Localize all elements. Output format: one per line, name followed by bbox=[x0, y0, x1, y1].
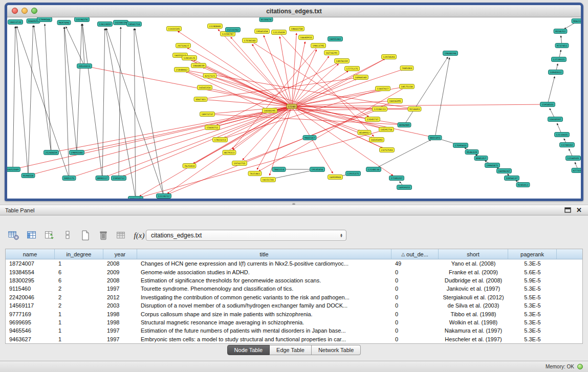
graph-node[interactable]: 16964160 bbox=[354, 75, 368, 80]
fx-button[interactable]: f(x) bbox=[133, 229, 146, 242]
table-row[interactable]: 977716911998Corpus callosum shape and si… bbox=[6, 310, 582, 318]
close-button[interactable] bbox=[12, 8, 18, 14]
graph-node[interactable]: 9154693 bbox=[408, 107, 421, 112]
graph-node[interactable]: 11431505 bbox=[167, 27, 182, 31]
window-titlebar[interactable]: citations_edges.txt bbox=[7, 5, 581, 17]
float-panel-icon[interactable] bbox=[561, 207, 574, 213]
graph-node[interactable]: 21848462 bbox=[175, 68, 189, 72]
graph-node[interactable]: 14976159 bbox=[335, 59, 350, 63]
graph-node[interactable]: 12110435 bbox=[555, 133, 570, 137]
delete-table-icon[interactable] bbox=[97, 229, 110, 242]
graph-node[interactable]: 18352069 bbox=[7, 167, 20, 172]
graph-node[interactable]: 12160505 bbox=[566, 156, 581, 161]
table-row[interactable]: 1456911722003Disruption of a novel membe… bbox=[6, 301, 582, 310]
table-row[interactable]: 969969511998Structural magnetic resonanc… bbox=[6, 318, 582, 326]
graph-node[interactable]: 12925375 bbox=[346, 171, 361, 176]
minimize-button[interactable] bbox=[21, 8, 28, 14]
graph-node[interactable]: 16959355 bbox=[397, 185, 412, 190]
graph-node[interactable]: 16094247 bbox=[497, 169, 512, 173]
citation-network-graph[interactable]: 1724011431505207326271605556412814125218… bbox=[7, 17, 581, 199]
graph-node[interactable]: 25260659 bbox=[44, 150, 59, 155]
graph-node[interactable]: 22045737 bbox=[365, 117, 380, 122]
graph-node[interactable]: 16505493 bbox=[369, 138, 384, 142]
graph-node[interactable]: 10956137 bbox=[505, 176, 519, 181]
graph-node[interactable]: 6773354 bbox=[572, 168, 581, 173]
tab-edge-table[interactable]: Edge Table bbox=[270, 345, 312, 355]
table-settings-icon[interactable] bbox=[7, 229, 20, 242]
graph-node[interactable]: 14561714 bbox=[127, 22, 142, 27]
graph-node[interactable]: 15950712 bbox=[112, 176, 126, 181]
graph-node[interactable]: 7863214 bbox=[272, 167, 286, 172]
graph-node[interactable]: 18668039 bbox=[191, 63, 206, 68]
table-row[interactable]: 946362711997Embryonic stem cells: a mode… bbox=[6, 335, 582, 343]
graph-node[interactable]: 8801693 bbox=[428, 136, 442, 140]
graph-node[interactable]: 9546328 bbox=[465, 150, 478, 155]
graph-node[interactable]: 16416395 bbox=[388, 99, 403, 103]
graph-node[interactable]: 18575158 bbox=[400, 84, 415, 89]
graph-node[interactable]: 12106113 bbox=[373, 107, 387, 112]
table-row[interactable]: 1830029562008Estimation of significance … bbox=[6, 276, 582, 285]
graph-node[interactable]: 12729315 bbox=[552, 57, 567, 62]
graph-node[interactable]: 19145456 bbox=[310, 167, 325, 172]
graph-node[interactable]: 3067301 bbox=[194, 97, 207, 102]
graph-node[interactable]: 9245012 bbox=[516, 183, 530, 187]
close-panel-icon[interactable]: ✕ bbox=[574, 207, 588, 213]
graph-node[interactable]: 22280840 bbox=[208, 24, 223, 29]
column-header-name[interactable]: name bbox=[6, 249, 55, 259]
column-header-short[interactable]: short bbox=[439, 249, 508, 259]
graph-node[interactable]: 10945922 bbox=[549, 70, 563, 75]
graph-node[interactable]: 16959943 bbox=[328, 175, 343, 180]
graph-node[interactable]: 16640910 bbox=[299, 35, 314, 40]
column-header-year[interactable]: year bbox=[103, 249, 137, 259]
column-header-pagerank[interactable]: pagerank bbox=[508, 249, 557, 259]
graph-node[interactable]: 19965871 bbox=[485, 163, 500, 168]
graph-node[interactable]: 9737451 bbox=[555, 43, 569, 48]
graph-node[interactable]: 4257121 bbox=[203, 74, 216, 78]
tab-network-table[interactable]: Network Table bbox=[312, 345, 361, 355]
graph-node[interactable]: 7615461 bbox=[248, 171, 262, 176]
graph-node[interactable]: 5905175 bbox=[62, 176, 76, 181]
graph-node[interactable]: 10208159 bbox=[114, 20, 128, 25]
graph-node[interactable]: 19648294 bbox=[443, 51, 458, 56]
graph-node[interactable]: 18300295 bbox=[263, 108, 277, 113]
graph-node[interactable]: 18973737 bbox=[200, 112, 215, 117]
graph-node[interactable]: 17036160 bbox=[243, 38, 257, 43]
graph-node[interactable]: 10430597 bbox=[548, 117, 563, 122]
graph-node[interactable]: 8990117 bbox=[96, 176, 109, 181]
graph-node[interactable]: 8549932 bbox=[358, 130, 371, 135]
graph-node[interactable]: 19893344 bbox=[70, 150, 84, 155]
column-header-in-degree[interactable]: in_degree bbox=[55, 249, 103, 259]
graph-node[interactable]: 17771275 bbox=[345, 67, 360, 71]
network-canvas[interactable]: 1724011431505207326271605556412814125218… bbox=[7, 17, 581, 199]
table-row[interactable]: 946554611997Estimation of the future num… bbox=[6, 326, 582, 335]
table-row[interactable]: 1872400712008Changes of HCN gene express… bbox=[6, 259, 582, 268]
graph-node[interactable]: 18413720 bbox=[8, 20, 23, 25]
add-function-column-icon[interactable] bbox=[43, 229, 56, 242]
graph-node[interactable]: 8130674 bbox=[259, 17, 273, 22]
graph-node[interactable]: 12814125 bbox=[182, 56, 197, 60]
graph-node[interactable]: 15600751 bbox=[205, 125, 220, 130]
graph-node[interactable]: 10196376 bbox=[75, 17, 90, 22]
zoom-button[interactable] bbox=[31, 8, 37, 14]
row-format-icon[interactable] bbox=[61, 229, 74, 242]
graph-node[interactable]: 15723702 bbox=[226, 28, 241, 32]
graph-node[interactable]: 17240 bbox=[287, 104, 297, 109]
table-row[interactable]: 2242004622012Investigating the contribut… bbox=[6, 293, 582, 301]
graph-node[interactable]: 9465547 bbox=[303, 136, 316, 140]
import-table-icon[interactable] bbox=[115, 229, 128, 242]
graph-node[interactable]: 9697696 bbox=[57, 20, 71, 25]
graph-node[interactable]: 15958503 bbox=[540, 102, 555, 107]
graph-node[interactable]: 12612859 bbox=[98, 22, 113, 27]
graph-node[interactable]: 12125439 bbox=[272, 30, 287, 35]
graph-node[interactable]: 16151741 bbox=[261, 178, 276, 182]
graph-node[interactable]: 17823213 bbox=[213, 138, 228, 142]
graph-node[interactable]: 23757593 bbox=[380, 148, 395, 152]
graph-node[interactable]: 17285207 bbox=[389, 176, 404, 181]
table-row[interactable]: 1938455462009Genome-wide association stu… bbox=[6, 268, 582, 276]
new-table-icon[interactable] bbox=[79, 229, 92, 242]
table-row[interactable]: 911546021997Tourette syndrome. Phenomeno… bbox=[6, 285, 582, 293]
graph-node[interactable]: 12974593 bbox=[382, 55, 397, 59]
graph-node[interactable]: 19742755 bbox=[232, 161, 247, 166]
table-selector-dropdown[interactable]: citations_edges.txt ▲▼ bbox=[146, 230, 346, 241]
graph-node[interactable]: 11607427 bbox=[376, 86, 390, 91]
